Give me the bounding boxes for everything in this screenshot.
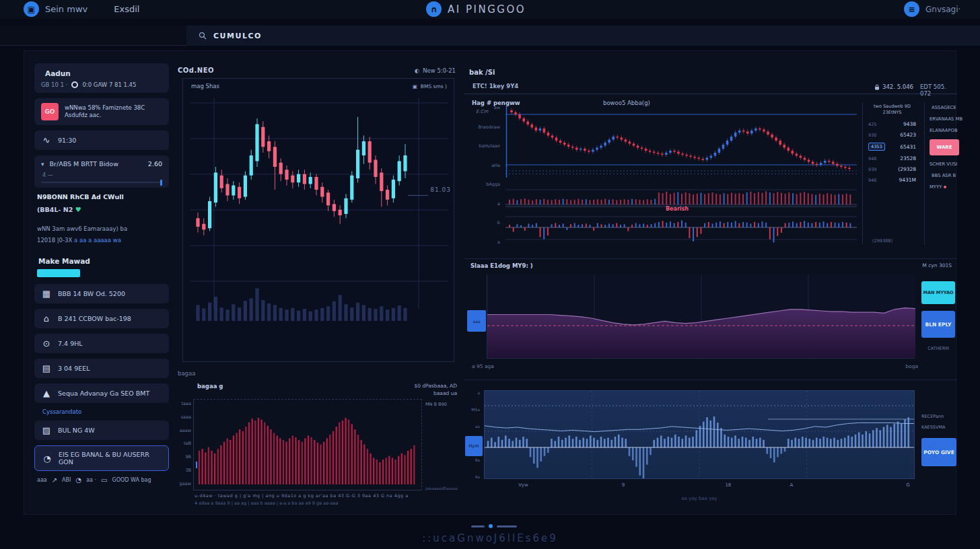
y-tick: bAgga: [486, 182, 500, 187]
sidebar-item-4[interactable]: ▲ Sequa Advanay Ga SEO BMT: [34, 383, 169, 403]
waveform-chart[interactable]: [194, 400, 421, 490]
sidebar-item-0[interactable]: ▦ BBB 14 BW Od. 5200: [34, 284, 169, 303]
dense-substrip: ETC! 1key 9Y4 342. 5.046 EDT 505. 072: [464, 81, 957, 94]
trading-dashboard: ▣ Sein mwv Exsdil ∩ AI PINGGOO ≡ Gnvsagi…: [0, 0, 980, 549]
clock-icon: ◔: [42, 453, 53, 464]
y-tick: aHa: [491, 163, 500, 168]
price-value: 9431M: [899, 177, 916, 183]
footer-part: ABI: [62, 477, 71, 483]
footer-part: aaa: [37, 477, 47, 483]
sidebar-item-1[interactable]: ⌂ B 241 CCBOW bac-198: [34, 309, 169, 328]
flow-left-badge[interactable]: Hym: [465, 436, 483, 456]
chat-icon[interactable]: ▭: [101, 476, 107, 484]
action-label: BBS ASR B: [932, 173, 956, 178]
pagination-bar[interactable]: [471, 525, 485, 527]
account-status-card[interactable]: Aadun GB 10 1 · 0:0 GAW 7 81 1.45: [34, 63, 169, 93]
secondary-action-button[interactable]: BLN EPLY: [921, 311, 955, 338]
dense-subtitle: ETC! 1key 9Y4: [473, 83, 518, 89]
price-row: 948 9431M: [868, 177, 916, 183]
app-logo-icon[interactable]: ▣: [24, 1, 39, 17]
price-row-highlighted[interactable]: 4353 65431: [868, 143, 916, 151]
action-item-4[interactable]: SCHER VUSI: [930, 161, 957, 167]
sidebar-item-image[interactable]: ▨ BUL NG 4W: [34, 420, 169, 440]
x-tick: 9: [622, 482, 625, 488]
flow-y-axis: a M5a aa aa 9a 4a: [466, 390, 482, 479]
hist-y-axis: taaa saaa aaaw taB 9B 3B gaaw: [177, 399, 193, 490]
menu-icon[interactable]: ≡: [904, 1, 919, 17]
account-label[interactable]: Gnvsagi·: [925, 5, 960, 14]
action-item-1[interactable]: ERVANAAS MB: [930, 116, 957, 122]
pinggoo-icon[interactable]: ∩: [426, 1, 442, 17]
time-value: 91:30: [58, 137, 76, 144]
price-key: 930: [868, 133, 876, 138]
dense-indicator-chart[interactable]: [505, 186, 857, 244]
price-value: 65423: [900, 132, 916, 138]
pagination-bar[interactable]: [497, 525, 517, 527]
x-tick: G: [906, 482, 909, 488]
hist-footer: 4 a9aa a 9aaa 9 | aa ag | aaa b aaaa | a…: [177, 499, 460, 506]
action-item-5[interactable]: BBS ASR B: [930, 173, 957, 178]
area-chart[interactable]: [487, 274, 915, 358]
app-title: AI PINGGOO: [448, 3, 526, 15]
dense-meta-1: 342. 5.046: [874, 83, 913, 90]
dense-candlestick-chart[interactable]: [505, 104, 857, 179]
action-label: SCHER VUSI: [930, 161, 957, 167]
action-item-2[interactable]: ELANAAPOB: [930, 128, 957, 133]
action-label: ASSAGECE: [932, 105, 956, 110]
candlestick-chart[interactable]: [190, 94, 448, 333]
dense-meta-1-text: 342. 5.046: [882, 83, 913, 90]
ware-button[interactable]: WARE: [930, 139, 959, 155]
sidebar-item-label: B 241 CCBOW bac-198: [58, 315, 131, 322]
chart-meta: ▣ BMS sms ): [413, 83, 447, 89]
flow-chart[interactable]: [485, 391, 914, 478]
sidebar-link[interactable]: Cyssarandato: [42, 408, 169, 415]
footer-part: aa ·: [86, 477, 96, 483]
nav-item-2[interactable]: Exsdil: [114, 4, 139, 14]
y-tick: gaaw: [177, 481, 191, 486]
pagination: [471, 524, 517, 528]
price-row: 948 23528: [868, 155, 916, 161]
image-icon: ▨: [41, 425, 52, 435]
action-label: ELANAAPOB: [930, 128, 958, 133]
sidebar-item-3[interactable]: ▤ 3 04 9EEL: [34, 359, 169, 378]
promo-card[interactable]: GO wNNwa 58% Famiznete 38C Asdufdz aac.: [34, 98, 169, 125]
strategy-dropdown[interactable]: ▾ Br/ABS M BRTT Bidow 2.60 4 —: [34, 155, 169, 188]
flow-panel: a M5a aa aa 9a 4a Hym RECEPann KAESSVMA …: [464, 379, 957, 511]
camera-icon[interactable]: ▣: [413, 83, 417, 89]
y-tick: saaa: [177, 414, 191, 420]
slider-track[interactable]: [41, 182, 162, 183]
x-tick: A: [790, 482, 793, 488]
lock-icon: [874, 84, 880, 90]
sidebar-inline-link[interactable]: a aa a aaaaa wa: [74, 237, 121, 244]
waveform-chart-frame: [193, 399, 422, 490]
histogram-panel: bagaa g $0 dPasbaaa, AD baaad ua taaa sa…: [177, 381, 460, 509]
action-item-6[interactable]: MYYY: [930, 184, 957, 190]
primary-action-button[interactable]: MAN MYYAO: [921, 281, 955, 304]
candle-panel-meta-text: New 5:0-21: [423, 67, 456, 74]
flow-action-button[interactable]: POYO GIVE: [921, 438, 956, 466]
dense-meta-2: EDT 505. 072: [920, 83, 957, 97]
pagination-dot-active[interactable]: [489, 524, 493, 528]
price-key: 948: [868, 178, 876, 183]
slider-handle[interactable]: [160, 180, 162, 186]
right-column: bak /Si ETC! 1key 9Y4 342. 5.046 EDT 505…: [464, 63, 957, 511]
sidebar-item-highlight[interactable]: ◔ EIS EG BANAL & BU AUSERR GON: [34, 445, 169, 471]
pie-icon[interactable]: ◔: [75, 476, 81, 484]
price-column-bottom-label: (29938B): [872, 238, 893, 244]
y-tick: 9B: [177, 454, 191, 460]
share-icon[interactable]: ↗: [52, 476, 57, 484]
action-item-0[interactable]: ASSAGECE: [930, 105, 957, 110]
sidebar-item-2[interactable]: ⊙ 7.4 9HL: [34, 334, 169, 353]
dense-panel: bak /Si ETC! 1key 9Y4 342. 5.046 EDT 505…: [464, 63, 957, 257]
y-tick: taaa: [177, 401, 191, 406]
area-panel: Slaaa E1dog MY9: ) M cyn 301S aaa MAN MY…: [464, 258, 957, 376]
search-row: CUMULCO: [0, 26, 980, 46]
price-row: 425 9438: [868, 121, 916, 127]
sidebar-section-label: Aadun: [45, 69, 162, 77]
hist-panel-outer-label: bagaa: [178, 370, 195, 377]
nav-item-1[interactable]: Sein mwv: [45, 4, 88, 14]
search-input[interactable]: CUMULCO: [186, 26, 980, 46]
area-left-badge[interactable]: aaa: [467, 310, 486, 332]
y-tick: baHutaae: [479, 143, 500, 149]
time-card[interactable]: ∿ 91:30: [34, 131, 169, 150]
